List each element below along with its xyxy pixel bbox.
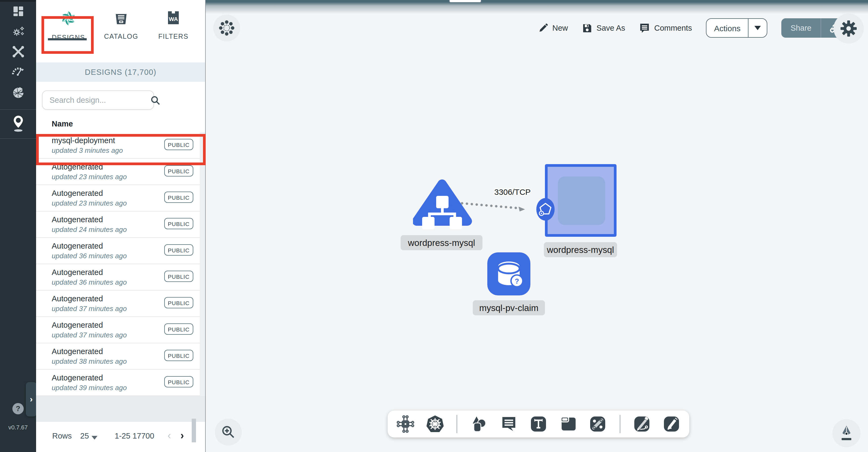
save-icon [582,23,592,33]
canvas-top-gradient [206,0,868,14]
list-item[interactable]: Autogeneratedupdated 37 minutes agoPUBLI… [36,317,200,343]
list-item[interactable]: Autogeneratedupdated 37 minutes agoPUBLI… [36,291,200,317]
visibility-badge: PUBLIC [164,271,193,282]
panel-scrollbar-thumb[interactable] [192,419,196,442]
designs-list: mysql-deploymentupdated 3 minutes agoPUB… [36,132,200,396]
nav-sidebar: › ? v0.7.67 [0,0,36,452]
new-button[interactable]: New [538,23,568,33]
annotation-box-designs-tab [41,16,94,54]
visibility-badge: PUBLIC [164,165,193,176]
dashboard-icon[interactable] [0,5,36,18]
toolbar-divider [457,415,458,433]
lifecycle-gears-icon[interactable] [0,24,36,39]
rows-select-caret-icon[interactable] [92,433,97,442]
wasm-wa-badge-icon: WA [165,10,182,28]
pen-nib-icon [839,425,854,441]
text-tool-icon[interactable] [528,415,549,432]
rows-per-page-select[interactable]: 25 [80,431,89,440]
edge-port-label: 3306/TCP [494,187,531,196]
visibility-badge: PUBLIC [164,244,193,256]
visibility-badge: PUBLIC [164,218,193,229]
gear-icon [841,21,857,37]
search-design-box[interactable] [42,90,154,110]
zoom-in-button[interactable] [215,419,242,446]
zoom-in-icon [221,425,235,439]
visibility-badge: PUBLIC [164,323,193,335]
pagination-range: 1-25 17700 [115,431,154,440]
kanvas-pin-icon[interactable] [0,115,36,133]
list-item[interactable]: Autogeneratedupdated 38 minutes agoPUBLI… [36,343,200,370]
tab-catalog-label: CATALOG [104,33,138,40]
design-mode-button[interactable] [833,419,861,447]
settings-button[interactable] [834,13,864,43]
visibility-badge: PUBLIC [164,297,193,308]
help-icon[interactable]: ? [0,402,36,415]
tab-filters[interactable]: WA FILTERS [148,10,199,40]
rows-label: Rows [52,431,72,440]
extensions-icon[interactable] [0,85,36,100]
database-icon: ? [487,252,530,295]
share-button-label[interactable]: Share [782,18,821,38]
column-header-name: Name [52,120,73,128]
tab-filters-label: FILTERS [158,33,188,40]
prev-page-icon[interactable]: ‹ [167,429,171,442]
shapes-tool-icon[interactable] [469,415,489,433]
list-item[interactable]: Autogeneratedupdated 36 minutes agoPUBLI… [36,238,200,264]
list-item[interactable]: Autogeneratedupdated 23 minutes agoPUBLI… [36,185,200,212]
app-version: v0.7.67 [0,424,36,430]
list-item[interactable]: Autogeneratedupdated 24 minutes agoPUBLI… [36,212,200,238]
search-icon[interactable] [150,95,166,105]
performance-gauge-icon[interactable] [0,65,36,77]
design-toolbar: New Save As Comments Actions Share [538,16,846,40]
canvas-menu-button[interactable] [213,14,240,41]
kanvas-canvas[interactable]: New Save As Comments Actions Share [206,0,868,452]
next-page-icon[interactable]: › [180,429,184,442]
comments-button[interactable]: Comments [639,23,692,33]
sidebar-divider [0,138,36,139]
edge-link-tool-icon[interactable] [588,415,608,432]
freehand-draw-tool-icon[interactable] [662,415,682,432]
annotate-pen-tool-icon[interactable] [632,415,652,432]
service-port-badge[interactable] [534,196,557,222]
catalog-archive-icon [113,10,129,28]
sidebar-divider [0,109,36,110]
list-item[interactable]: Autogeneratedupdated 39 minutes agoPUBLI… [36,370,200,396]
kubernetes-icon[interactable] [425,414,445,434]
actions-dropdown-caret-icon[interactable] [749,19,767,37]
visibility-badge: PUBLIC [164,376,193,387]
node-label-deployment[interactable]: wordpress-mysql [401,235,483,250]
top-drawer-handle[interactable] [449,0,482,3]
visibility-badge: PUBLIC [164,192,193,203]
svg-text:?: ? [515,277,519,285]
component-chip-icon[interactable] [395,415,415,433]
designs-count-header: DESIGNS (17,700) [36,62,205,82]
canvas-tool-dock [388,411,689,438]
list-scrollbar-track[interactable] [200,132,205,396]
node-pv-claim[interactable]: ? [487,252,530,295]
save-as-button[interactable]: Save As [582,23,625,33]
svg-text:?: ? [16,405,21,413]
node-label-service[interactable]: wordpress-mysql [544,242,617,257]
node-shape-tool-icon[interactable] [558,415,578,432]
panel-gap [36,396,205,422]
actions-button-label[interactable]: Actions [707,19,748,37]
list-item[interactable]: Autogeneratedupdated 36 minutes agoPUBLI… [36,264,200,291]
node-label-pv-claim[interactable]: mysql-pv-claim [473,300,545,315]
comment-tool-icon[interactable] [499,415,519,432]
actions-split-button[interactable]: Actions [706,18,767,38]
meshery-kanvas-app: › ? v0.7.67 DESIGNS [0,0,868,452]
pencil-new-icon [538,23,548,33]
visibility-badge: PUBLIC [164,350,193,361]
node-deployment[interactable] [413,176,477,233]
search-input[interactable] [42,96,150,104]
svg-text:WA: WA [169,16,178,22]
toolbar-divider [620,415,620,433]
comments-icon [639,23,650,33]
pagination-bar: Rows 25 1-25 17700 ‹ › [36,422,205,452]
service-inner-shape [558,176,605,225]
designs-panel: DESIGNS CATALOG WA FILTERS D [36,0,206,452]
tab-catalog[interactable]: CATALOG [95,10,147,40]
configuration-tools-icon[interactable] [0,45,36,59]
dot-flower-icon [219,20,235,36]
annotation-box-mysql-deployment-row [36,134,206,165]
